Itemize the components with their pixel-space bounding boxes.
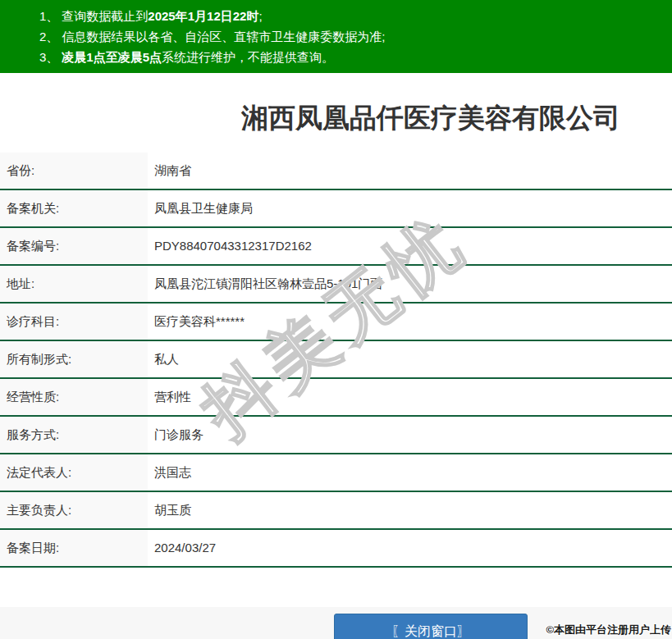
- info-value-cell: 洪国志: [148, 454, 672, 491]
- info-label-cell: 法定代表人:: [0, 454, 148, 491]
- info-label-cell: 备案日期:: [0, 529, 148, 567]
- notice-line-2: 2、信息数据结果以各省、自治区、直辖市卫生健康委数据为准;: [39, 26, 672, 47]
- info-label-cell: 所有制形式:: [0, 340, 148, 378]
- info-value-cell: PDY88407043312317D2162: [148, 227, 672, 265]
- info-label-cell: 备案编号:: [0, 227, 148, 265]
- info-value-cell: 私人: [148, 340, 672, 378]
- info-label-cell: 主要负责人:: [0, 491, 148, 529]
- notice-line-1: 1、查询数据截止到2025年1月12日22时;: [39, 6, 672, 26]
- table-row-principal-person: 主要负责人: 胡玉质: [0, 491, 672, 529]
- info-label-cell: 省份:: [0, 153, 148, 189]
- info-value-cell: 胡玉质: [148, 491, 672, 529]
- info-value-cell: 2024/03/27: [148, 529, 672, 567]
- page-viewport: 1、查询数据截止到2025年1月12日22时; 2、信息数据结果以各省、自治区、…: [0, 0, 672, 639]
- info-label-cell: 经营性质:: [0, 378, 148, 416]
- page-content: 1、查询数据截止到2025年1月12日22时; 2、信息数据结果以各省、自治区、…: [0, 0, 672, 639]
- info-label-cell: 地址:: [0, 265, 148, 303]
- notice-1-text-after: ;: [258, 9, 262, 23]
- notice-2-text: 信息数据结果以各省、自治区、直辖市卫生健康委数据为准;: [62, 30, 385, 43]
- info-label-cell: 服务方式:: [0, 416, 148, 454]
- notice-1-number: 1、: [39, 9, 58, 23]
- info-table: 省份: 湖南省 备案机关: 凤凰县卫生健康局 备案编号: PDY88407043…: [0, 153, 672, 568]
- notice-1-bold-text: 2025年1月12日22时: [148, 9, 258, 23]
- info-label-cell: 诊疗科目:: [0, 303, 148, 340]
- table-row-province: 省份: 湖南省: [0, 153, 672, 189]
- table-row-filing-authority: 备案机关: 凤凰县卫生健康局: [0, 189, 672, 227]
- notice-2-number: 2、: [39, 30, 58, 43]
- table-row-filing-number: 备案编号: PDY88407043312317D2162: [0, 227, 672, 265]
- copyright-overlay: ©本图由平台注册用户上传: [546, 623, 671, 637]
- notice-3-text-after: 系统进行维护，不能提供查询。: [162, 50, 334, 64]
- notice-3-bold-text: 凌晨1点至凌晨5点: [62, 50, 162, 64]
- table-row-legal-representative: 法定代表人: 洪国志: [0, 454, 672, 491]
- info-value-cell: 凤凰县卫生健康局: [148, 189, 672, 227]
- info-label-cell: 备案机关:: [0, 189, 148, 227]
- info-value-cell: 凤凰县沱江镇渭阳社区翰林壹品5-101门面: [148, 265, 672, 303]
- table-row-ownership-form: 所有制形式: 私人: [0, 340, 672, 378]
- table-row-business-nature: 经营性质: 营利性: [0, 378, 672, 416]
- close-window-button[interactable]: 〖关闭窗口〗: [334, 614, 528, 639]
- info-value-cell: 营利性: [148, 378, 672, 416]
- notice-1-text: 查询数据截止到: [62, 9, 148, 23]
- company-title: 湘西凤凰品仟医疗美容有限公司: [0, 100, 672, 136]
- notice-banner: 1、查询数据截止到2025年1月12日22时; 2、信息数据结果以各省、自治区、…: [0, 0, 672, 73]
- table-row-clinical-departments: 诊疗科目: 医疗美容科******: [0, 303, 672, 340]
- notice-3-number: 3、: [39, 50, 58, 64]
- table-row-service-mode: 服务方式: 门诊服务: [0, 416, 672, 454]
- table-row-address: 地址: 凤凰县沱江镇渭阳社区翰林壹品5-101门面: [0, 265, 672, 303]
- table-row-filing-date: 备案日期: 2024/03/27: [0, 529, 672, 567]
- notice-line-3: 3、凌晨1点至凌晨5点系统进行维护，不能提供查询。: [39, 47, 672, 67]
- info-value-cell: 医疗美容科******: [148, 303, 672, 340]
- info-value-cell: 湖南省: [148, 153, 672, 189]
- info-value-cell: 门诊服务: [148, 416, 672, 454]
